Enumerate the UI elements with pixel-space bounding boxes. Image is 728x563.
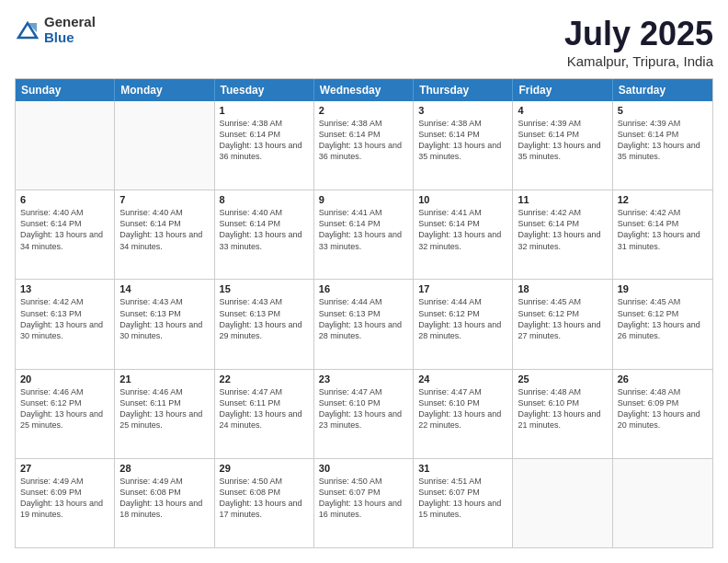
cal-cell-2-3: 16Sunrise: 4:44 AMSunset: 6:13 PMDayligh…	[314, 280, 414, 368]
cell-info: Sunrise: 4:40 AMSunset: 6:14 PMDaylight:…	[119, 207, 209, 252]
day-number: 20	[20, 373, 109, 385]
cell-info: Sunrise: 4:42 AMSunset: 6:14 PMDaylight:…	[618, 207, 708, 252]
day-number: 23	[319, 373, 408, 385]
cell-info: Sunrise: 4:38 AMSunset: 6:14 PMDaylight:…	[418, 118, 507, 163]
cal-cell-4-2: 29Sunrise: 4:50 AMSunset: 6:08 PMDayligh…	[215, 459, 314, 547]
cell-info: Sunrise: 4:44 AMSunset: 6:12 PMDaylight:…	[418, 296, 507, 341]
calendar-header: Sunday Monday Tuesday Wednesday Thursday…	[16, 79, 712, 101]
cell-info: Sunrise: 4:46 AMSunset: 6:12 PMDaylight:…	[20, 386, 109, 431]
cell-info: Sunrise: 4:50 AMSunset: 6:08 PMDaylight:…	[220, 476, 309, 521]
cell-info: Sunrise: 4:42 AMSunset: 6:13 PMDaylight:…	[20, 296, 109, 341]
cell-info: Sunrise: 4:40 AMSunset: 6:14 PMDaylight:…	[220, 207, 309, 252]
header-thursday: Thursday	[414, 79, 513, 101]
header-saturday: Saturday	[613, 79, 712, 101]
day-number: 4	[518, 105, 607, 116]
cal-cell-0-4: 3Sunrise: 4:38 AMSunset: 6:14 PMDaylight…	[414, 101, 513, 190]
cell-info: Sunrise: 4:47 AMSunset: 6:10 PMDaylight:…	[319, 386, 408, 431]
header: General Blue July 2025 Kamalpur, Tripura…	[15, 15, 713, 69]
cal-cell-0-0	[16, 101, 115, 190]
cell-info: Sunrise: 4:45 AMSunset: 6:12 PMDaylight:…	[518, 296, 607, 341]
cal-row-0: 1Sunrise: 4:38 AMSunset: 6:14 PMDaylight…	[16, 101, 712, 190]
day-number: 31	[418, 463, 507, 474]
day-number: 29	[220, 463, 309, 474]
cal-cell-4-5	[513, 459, 612, 547]
header-tuesday: Tuesday	[215, 79, 314, 101]
cal-cell-1-6: 12Sunrise: 4:42 AMSunset: 6:14 PMDayligh…	[613, 190, 712, 279]
cal-cell-2-1: 14Sunrise: 4:43 AMSunset: 6:13 PMDayligh…	[115, 280, 214, 368]
cal-row-2: 13Sunrise: 4:42 AMSunset: 6:13 PMDayligh…	[16, 279, 712, 368]
cal-cell-0-1	[115, 101, 214, 190]
day-number: 26	[618, 373, 708, 385]
day-number: 22	[220, 373, 309, 385]
cal-cell-3-4: 24Sunrise: 4:47 AMSunset: 6:10 PMDayligh…	[414, 370, 513, 458]
day-number: 17	[418, 283, 507, 294]
day-number: 27	[20, 463, 109, 474]
cell-info: Sunrise: 4:41 AMSunset: 6:14 PMDaylight:…	[319, 207, 408, 252]
cell-info: Sunrise: 4:38 AMSunset: 6:14 PMDaylight:…	[319, 118, 408, 163]
cal-row-3: 20Sunrise: 4:46 AMSunset: 6:12 PMDayligh…	[16, 369, 712, 458]
logo-general-text: General	[44, 15, 96, 30]
cal-cell-3-1: 21Sunrise: 4:46 AMSunset: 6:11 PMDayligh…	[115, 370, 214, 458]
day-number: 9	[319, 194, 408, 205]
header-friday: Friday	[513, 79, 612, 101]
cell-info: Sunrise: 4:43 AMSunset: 6:13 PMDaylight:…	[119, 296, 209, 341]
cal-cell-1-3: 9Sunrise: 4:41 AMSunset: 6:14 PMDaylight…	[314, 190, 414, 279]
cal-cell-4-6	[613, 459, 712, 547]
day-number: 2	[319, 105, 408, 116]
logo: General Blue	[15, 15, 96, 45]
cal-cell-3-3: 23Sunrise: 4:47 AMSunset: 6:10 PMDayligh…	[314, 370, 414, 458]
cal-cell-4-4: 31Sunrise: 4:51 AMSunset: 6:07 PMDayligh…	[414, 459, 513, 547]
title-location: Kamalpur, Tripura, India	[564, 53, 713, 69]
day-number: 15	[220, 283, 309, 294]
day-number: 7	[119, 194, 209, 205]
day-number: 30	[319, 463, 408, 474]
header-wednesday: Wednesday	[314, 79, 414, 101]
cal-cell-3-0: 20Sunrise: 4:46 AMSunset: 6:12 PMDayligh…	[16, 370, 115, 458]
cell-info: Sunrise: 4:44 AMSunset: 6:13 PMDaylight:…	[319, 296, 408, 341]
logo-icon	[15, 17, 40, 43]
cal-cell-4-0: 27Sunrise: 4:49 AMSunset: 6:09 PMDayligh…	[16, 459, 115, 547]
day-number: 3	[418, 105, 507, 116]
day-number: 24	[418, 373, 507, 385]
day-number: 11	[518, 194, 607, 205]
cal-cell-0-5: 4Sunrise: 4:39 AMSunset: 6:14 PMDaylight…	[513, 101, 612, 190]
cell-info: Sunrise: 4:48 AMSunset: 6:10 PMDaylight:…	[518, 386, 607, 431]
cal-cell-3-6: 26Sunrise: 4:48 AMSunset: 6:09 PMDayligh…	[613, 370, 712, 458]
cell-info: Sunrise: 4:42 AMSunset: 6:14 PMDaylight:…	[518, 207, 607, 252]
cell-info: Sunrise: 4:47 AMSunset: 6:11 PMDaylight:…	[220, 386, 309, 431]
cell-info: Sunrise: 4:40 AMSunset: 6:14 PMDaylight:…	[20, 207, 109, 252]
cell-info: Sunrise: 4:38 AMSunset: 6:14 PMDaylight:…	[220, 118, 309, 163]
cal-cell-2-4: 17Sunrise: 4:44 AMSunset: 6:12 PMDayligh…	[414, 280, 513, 368]
cal-cell-1-5: 11Sunrise: 4:42 AMSunset: 6:14 PMDayligh…	[513, 190, 612, 279]
cal-cell-1-0: 6Sunrise: 4:40 AMSunset: 6:14 PMDaylight…	[16, 190, 115, 279]
day-number: 8	[220, 194, 309, 205]
day-number: 25	[518, 373, 607, 385]
cal-cell-3-5: 25Sunrise: 4:48 AMSunset: 6:10 PMDayligh…	[513, 370, 612, 458]
cal-cell-1-4: 10Sunrise: 4:41 AMSunset: 6:14 PMDayligh…	[414, 190, 513, 279]
calendar-body: 1Sunrise: 4:38 AMSunset: 6:14 PMDaylight…	[16, 101, 712, 547]
cal-cell-2-5: 18Sunrise: 4:45 AMSunset: 6:12 PMDayligh…	[513, 280, 612, 368]
cal-cell-2-6: 19Sunrise: 4:45 AMSunset: 6:12 PMDayligh…	[613, 280, 712, 368]
cell-info: Sunrise: 4:47 AMSunset: 6:10 PMDaylight:…	[418, 386, 507, 431]
day-number: 5	[618, 105, 708, 116]
header-sunday: Sunday	[16, 79, 115, 101]
title-block: July 2025 Kamalpur, Tripura, India	[564, 15, 713, 69]
day-number: 16	[319, 283, 408, 294]
cell-info: Sunrise: 4:39 AMSunset: 6:14 PMDaylight:…	[618, 118, 708, 163]
logo-blue-text: Blue	[44, 30, 96, 46]
header-monday: Monday	[115, 79, 214, 101]
day-number: 6	[20, 194, 109, 205]
cal-cell-4-1: 28Sunrise: 4:49 AMSunset: 6:08 PMDayligh…	[115, 459, 214, 547]
cell-info: Sunrise: 4:49 AMSunset: 6:08 PMDaylight:…	[119, 476, 209, 521]
cell-info: Sunrise: 4:50 AMSunset: 6:07 PMDaylight:…	[319, 476, 408, 521]
day-number: 14	[119, 283, 209, 294]
cell-info: Sunrise: 4:46 AMSunset: 6:11 PMDaylight:…	[119, 386, 209, 431]
cal-cell-4-3: 30Sunrise: 4:50 AMSunset: 6:07 PMDayligh…	[314, 459, 414, 547]
page: General Blue July 2025 Kamalpur, Tripura…	[0, 0, 728, 563]
cal-cell-0-2: 1Sunrise: 4:38 AMSunset: 6:14 PMDaylight…	[215, 101, 314, 190]
day-number: 13	[20, 283, 109, 294]
cell-info: Sunrise: 4:51 AMSunset: 6:07 PMDaylight:…	[418, 476, 507, 521]
calendar: Sunday Monday Tuesday Wednesday Thursday…	[15, 78, 713, 548]
cal-cell-3-2: 22Sunrise: 4:47 AMSunset: 6:11 PMDayligh…	[215, 370, 314, 458]
cal-cell-1-2: 8Sunrise: 4:40 AMSunset: 6:14 PMDaylight…	[215, 190, 314, 279]
